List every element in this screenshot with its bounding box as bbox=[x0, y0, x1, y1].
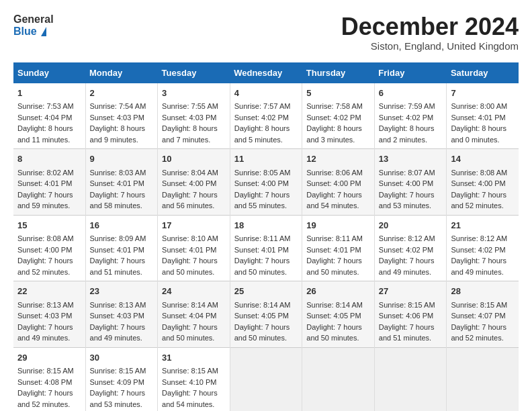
day-info-line: and 9 minutes. bbox=[90, 134, 154, 146]
day-number: 11 bbox=[234, 152, 298, 166]
day-info-line: Daylight: 8 hours bbox=[379, 123, 443, 134]
calendar-cell: 3Sunrise: 7:55 AMSunset: 4:03 PMDaylight… bbox=[158, 83, 230, 149]
calendar-cell: 11Sunrise: 8:05 AMSunset: 4:00 PMDayligh… bbox=[230, 149, 302, 216]
day-info-line: Sunset: 4:02 PM bbox=[379, 112, 443, 124]
day-info-line: Daylight: 7 hours bbox=[379, 322, 443, 333]
day-number: 25 bbox=[234, 285, 298, 298]
day-number: 5 bbox=[306, 87, 370, 100]
day-info-line: Sunset: 4:07 PM bbox=[451, 310, 515, 322]
calendar-cell bbox=[374, 347, 447, 411]
day-info-line: Sunrise: 8:15 AM bbox=[162, 365, 226, 377]
calendar-cell bbox=[230, 347, 302, 411]
day-info-line: Sunset: 4:01 PM bbox=[162, 244, 226, 256]
col-header-wednesday: Wednesday bbox=[230, 62, 302, 83]
calendar-cell: 26Sunrise: 8:14 AMSunset: 4:05 PMDayligh… bbox=[302, 281, 375, 348]
day-info-line: Sunrise: 8:09 AM bbox=[90, 233, 154, 244]
day-info-line: Sunset: 4:10 PM bbox=[162, 377, 226, 388]
day-info-line: Sunset: 4:05 PM bbox=[306, 310, 370, 322]
day-number: 6 bbox=[379, 87, 443, 100]
day-info-line: Daylight: 7 hours bbox=[162, 322, 226, 333]
day-info-line: and 50 minutes. bbox=[306, 332, 370, 344]
col-header-tuesday: Tuesday bbox=[158, 62, 230, 83]
day-info-line: and 2 minutes. bbox=[379, 134, 443, 146]
day-info-line: and 53 minutes. bbox=[379, 200, 443, 212]
col-header-thursday: Thursday bbox=[302, 62, 375, 83]
calendar-cell: 9Sunrise: 8:03 AMSunset: 4:01 PMDaylight… bbox=[85, 149, 158, 216]
calendar-cell: 28Sunrise: 8:15 AMSunset: 4:07 PMDayligh… bbox=[447, 281, 519, 348]
day-info-line: Sunrise: 8:13 AM bbox=[90, 300, 154, 311]
day-info-line: and 49 minutes. bbox=[90, 332, 154, 344]
calendar-cell: 7Sunrise: 8:00 AMSunset: 4:01 PMDaylight… bbox=[447, 83, 519, 149]
day-info-line: Sunset: 4:01 PM bbox=[234, 244, 298, 256]
day-info-line: Sunset: 4:02 PM bbox=[451, 244, 515, 256]
day-info-line: and 52 minutes. bbox=[17, 267, 81, 278]
day-info-line: Daylight: 7 hours bbox=[379, 189, 443, 201]
day-info-line: Daylight: 7 hours bbox=[90, 387, 154, 399]
day-info-line: Daylight: 7 hours bbox=[17, 189, 81, 201]
calendar-cell: 31Sunrise: 8:15 AMSunset: 4:10 PMDayligh… bbox=[158, 347, 230, 411]
day-info-line: Sunrise: 8:14 AM bbox=[306, 300, 370, 311]
day-info-line: Sunset: 4:09 PM bbox=[90, 377, 154, 388]
day-number: 17 bbox=[162, 219, 226, 232]
day-info-line: Sunrise: 8:00 AM bbox=[451, 101, 515, 112]
location-subtitle: Siston, England, United Kingdom bbox=[341, 40, 519, 52]
calendar-cell: 2Sunrise: 7:54 AMSunset: 4:03 PMDaylight… bbox=[85, 83, 158, 149]
calendar-cell: 1Sunrise: 7:53 AMSunset: 4:04 PMDaylight… bbox=[13, 83, 85, 149]
day-number: 21 bbox=[451, 219, 515, 232]
day-info-line: and 49 minutes. bbox=[17, 332, 81, 344]
day-info-line: Sunrise: 7:54 AM bbox=[90, 101, 154, 112]
day-info-line: Sunrise: 8:08 AM bbox=[17, 233, 81, 244]
day-info-line: Sunrise: 8:15 AM bbox=[379, 300, 443, 311]
day-info-line: Daylight: 8 hours bbox=[90, 123, 154, 134]
day-number: 28 bbox=[451, 285, 515, 298]
day-info-line: Sunset: 4:02 PM bbox=[306, 112, 370, 124]
calendar-cell: 17Sunrise: 8:10 AMSunset: 4:01 PMDayligh… bbox=[158, 215, 230, 281]
day-info-line: and 49 minutes. bbox=[379, 267, 443, 278]
day-info-line: Sunrise: 8:02 AM bbox=[17, 167, 81, 179]
day-info-line: Daylight: 8 hours bbox=[306, 123, 370, 134]
logo-text: General Blue bbox=[13, 13, 54, 37]
col-header-sunday: Sunday bbox=[13, 62, 85, 83]
day-info-line: Sunrise: 8:15 AM bbox=[17, 365, 81, 377]
day-number: 10 bbox=[162, 152, 226, 166]
day-info-line: Sunrise: 8:12 AM bbox=[451, 233, 515, 244]
day-info-line: Sunset: 4:08 PM bbox=[17, 377, 81, 388]
day-info-line: and 0 minutes. bbox=[451, 134, 515, 146]
day-info-line: Sunrise: 7:57 AM bbox=[234, 101, 298, 112]
calendar-cell: 25Sunrise: 8:14 AMSunset: 4:05 PMDayligh… bbox=[230, 281, 302, 348]
calendar-cell: 12Sunrise: 8:06 AMSunset: 4:00 PMDayligh… bbox=[302, 149, 375, 216]
day-info-line: Sunset: 4:01 PM bbox=[90, 178, 154, 189]
day-info-line: Daylight: 7 hours bbox=[379, 255, 443, 267]
day-info-line: Sunset: 4:04 PM bbox=[162, 310, 226, 322]
day-info-line: Sunrise: 8:06 AM bbox=[306, 167, 370, 179]
day-number: 9 bbox=[90, 152, 154, 166]
calendar-week-row: 15Sunrise: 8:08 AMSunset: 4:00 PMDayligh… bbox=[13, 215, 519, 281]
day-info-line: Sunset: 4:04 PM bbox=[17, 112, 81, 124]
day-info-line: Sunset: 4:02 PM bbox=[234, 112, 298, 124]
day-info-line: Sunset: 4:00 PM bbox=[379, 178, 443, 189]
day-info-line: and 51 minutes. bbox=[90, 267, 154, 278]
day-info-line: Sunset: 4:05 PM bbox=[234, 310, 298, 322]
day-number: 2 bbox=[90, 87, 154, 100]
calendar-cell: 10Sunrise: 8:04 AMSunset: 4:00 PMDayligh… bbox=[158, 149, 230, 216]
day-info-line: and 50 minutes. bbox=[306, 267, 370, 278]
day-info-line: Sunrise: 8:14 AM bbox=[234, 300, 298, 311]
day-number: 1 bbox=[17, 87, 81, 100]
day-number: 14 bbox=[451, 152, 515, 166]
calendar-cell: 30Sunrise: 8:15 AMSunset: 4:09 PMDayligh… bbox=[85, 347, 158, 411]
day-number: 12 bbox=[306, 152, 370, 166]
calendar-cell: 29Sunrise: 8:15 AMSunset: 4:08 PMDayligh… bbox=[13, 347, 85, 411]
day-info-line: Sunset: 4:00 PM bbox=[451, 178, 515, 189]
day-info-line: Daylight: 7 hours bbox=[451, 255, 515, 267]
day-info-line: Sunrise: 8:05 AM bbox=[234, 167, 298, 179]
day-info-line: Sunset: 4:00 PM bbox=[17, 244, 81, 256]
calendar-table: SundayMondayTuesdayWednesdayThursdayFrid… bbox=[13, 62, 519, 411]
calendar-cell: 27Sunrise: 8:15 AMSunset: 4:06 PMDayligh… bbox=[374, 281, 447, 348]
day-info-line: Sunrise: 8:10 AM bbox=[162, 233, 226, 244]
day-number: 23 bbox=[90, 285, 154, 298]
calendar-cell: 13Sunrise: 8:07 AMSunset: 4:00 PMDayligh… bbox=[374, 149, 447, 216]
day-info-line: and 55 minutes. bbox=[234, 200, 298, 212]
calendar-header-row: SundayMondayTuesdayWednesdayThursdayFrid… bbox=[13, 62, 519, 83]
day-info-line: Daylight: 7 hours bbox=[451, 189, 515, 201]
day-number: 8 bbox=[17, 152, 81, 166]
